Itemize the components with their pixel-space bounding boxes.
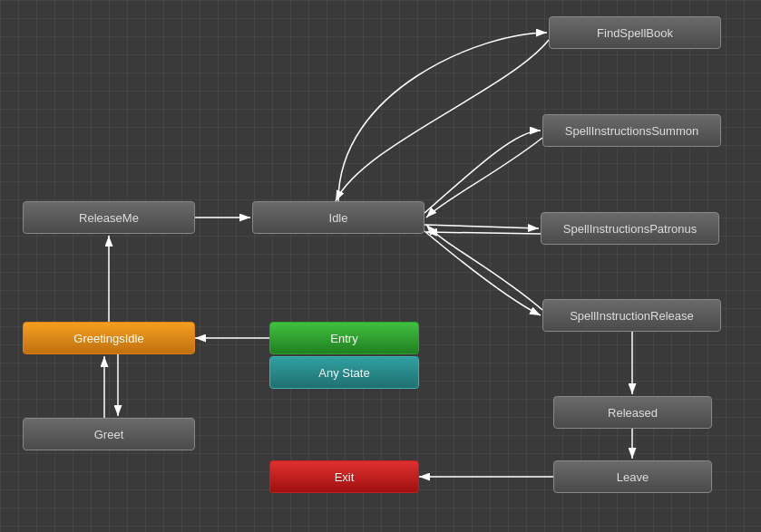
entry-label: Entry — [330, 332, 357, 345]
exit-node[interactable]: Exit — [269, 460, 419, 493]
releaseme-label: ReleaseMe — [79, 211, 139, 225]
anystate-node[interactable]: Any State — [269, 356, 419, 389]
entry-node[interactable]: Entry — [269, 322, 419, 354]
released-label: Released — [608, 406, 658, 420]
releaseme-node[interactable]: ReleaseMe — [23, 201, 195, 234]
anystate-label: Any State — [318, 366, 369, 380]
svg-line-4 — [426, 232, 541, 234]
greetingsidle-label: GreetingsIdle — [73, 332, 143, 345]
greet-node[interactable]: Greet — [23, 418, 195, 450]
released-node[interactable]: Released — [553, 396, 712, 429]
leave-label: Leave — [617, 470, 649, 484]
idle-node[interactable]: Idle — [252, 201, 424, 234]
spellinstructionrelease-node[interactable]: SpellInstructionRelease — [542, 299, 721, 332]
findspellbook-node[interactable]: FindSpellBook — [549, 16, 721, 49]
spellinstructionspatronus-node[interactable]: SpellInstructionsPatronus — [541, 212, 719, 245]
spellinstructionssummon-label: SpellInstructionsSummon — [565, 124, 698, 138]
greet-label: Greet — [94, 428, 124, 441]
leave-node[interactable]: Leave — [553, 460, 712, 493]
spellinstructionspatronus-label: SpellInstructionsPatronus — [563, 222, 697, 236]
findspellbook-label: FindSpellBook — [597, 26, 673, 40]
spellinstructionrelease-label: SpellInstructionRelease — [570, 309, 694, 323]
spellinstructionssummon-node[interactable]: SpellInstructionsSummon — [542, 114, 721, 147]
greetingsidle-node[interactable]: GreetingsIdle — [23, 322, 195, 354]
svg-line-3 — [424, 225, 539, 228]
exit-label: Exit — [335, 470, 355, 484]
idle-label: Idle — [329, 211, 348, 225]
